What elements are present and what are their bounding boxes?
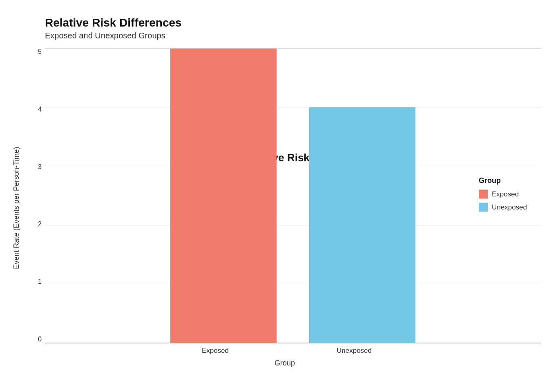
x-axis-title: Group: [29, 359, 541, 368]
legend-label-exposed: Exposed: [492, 190, 519, 198]
bar-exposed: [170, 49, 277, 343]
y-tick-0: 0: [38, 336, 42, 343]
x-label-unexposed: Unexposed: [301, 347, 407, 355]
y-tick-2: 2: [38, 221, 42, 227]
legend: Group Exposed Unexposed: [469, 168, 537, 224]
legend-label-unexposed: Unexposed: [492, 203, 527, 212]
legend-item-exposed: Exposed: [479, 190, 527, 199]
y-tick-4: 4: [38, 106, 42, 113]
x-axis-labels: Exposed Unexposed: [29, 343, 541, 355]
legend-item-unexposed: Unexposed: [479, 203, 527, 212]
bar-group-unexposed: [309, 49, 415, 343]
x-label-exposed: Exposed: [162, 347, 268, 355]
bars-area: [45, 49, 541, 343]
chart-body: Event Rate (Events per Person-Time) 0 1 …: [8, 49, 541, 368]
legend-color-unexposed: [479, 203, 488, 212]
plot-with-yaxis: 0 1 2 3 4 5 Relative Ri: [29, 49, 541, 343]
chart-title: Relative Risk Differences: [45, 16, 541, 29]
chart-plot-area: 0 1 2 3 4 5 Relative Ri: [29, 49, 541, 368]
y-tick-3: 3: [38, 164, 42, 170]
y-ticks: 0 1 2 3 4 5: [29, 49, 45, 343]
chart-container: Relative Risk Differences Exposed and Un…: [0, 0, 549, 392]
chart-subtitle: Exposed and Unexposed Groups: [45, 31, 541, 40]
y-axis-label: Event Rate (Events per Person-Time): [8, 49, 25, 368]
legend-color-exposed: [479, 190, 488, 199]
bar-unexposed: [309, 107, 415, 343]
y-tick-1: 1: [38, 278, 42, 285]
legend-title: Group: [479, 176, 527, 185]
plot-inner: Relative Risk = 1.25: [45, 49, 541, 343]
bar-group-exposed: [170, 49, 277, 343]
y-tick-5: 5: [38, 49, 42, 55]
